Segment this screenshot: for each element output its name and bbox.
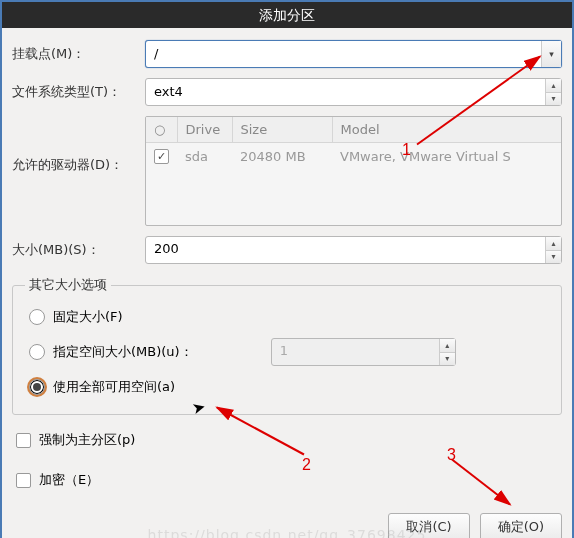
fillto-spinner: ▴ ▾ [439,339,455,365]
encrypt-label: 加密（E） [39,471,99,489]
fs-type-combo[interactable]: ext4 ▴ ▾ [145,78,562,106]
drives-label: 允许的驱动器(D)： [12,116,137,174]
size-label: 大小(MB)(S)： [12,241,137,259]
size-spin[interactable]: 200 ▴ ▾ [145,236,562,264]
encrypt-checkbox[interactable] [16,473,31,488]
drives-header-size[interactable]: Size [232,117,332,143]
primary-checkbox[interactable] [16,433,31,448]
fs-type-value[interactable]: ext4 [146,79,545,105]
window-title: 添加分区 [259,7,315,23]
primary-label: 强制为主分区(p) [39,431,135,449]
drive-size-cell: 20480 MB [232,143,332,171]
title-bar: 添加分区 [2,2,572,28]
drive-model-cell: VMware, VMware Virtual S [332,143,561,171]
drives-header-model[interactable]: Model [332,117,561,143]
dialog-window: 添加分区 挂载点(M)： / ▾ 文件系统类型(T)： ext4 [0,0,574,538]
size-row: 大小(MB)(S)： 200 ▴ ▾ [12,236,562,264]
caret-down-icon[interactable]: ▾ [546,251,561,264]
mount-point-combo[interactable]: / ▾ [145,40,562,68]
drives-row: 允许的驱动器(D)： ○ Drive Size Model [12,116,562,226]
radio-fillto[interactable] [29,344,45,360]
mount-point-value[interactable]: / [146,41,541,67]
chevron-down-icon: ▾ [549,49,554,59]
radio-fillmax[interactable] [29,379,45,395]
cancel-button[interactable]: 取消(C) [388,513,470,538]
size-value[interactable]: 200 [146,237,545,263]
mount-point-row: 挂载点(M)： / ▾ [12,40,562,68]
mount-point-label: 挂载点(M)： [12,45,137,63]
caret-up-icon: ▴ [440,339,455,353]
drives-header-check[interactable]: ○ [146,117,177,143]
fillto-value: 1 [272,339,439,365]
caret-up-icon[interactable]: ▴ [546,237,561,251]
radio-fillmax-row[interactable]: 使用全部可用空间(a) [25,372,549,402]
table-row[interactable]: sda 20480 MB VMware, VMware Virtual S [146,143,561,171]
fs-type-row: 文件系统类型(T)： ext4 ▴ ▾ [12,78,562,106]
size-spinner[interactable]: ▴ ▾ [545,237,561,263]
primary-row[interactable]: 强制为主分区(p) [12,425,562,455]
radio-fillmax-label: 使用全部可用空间(a) [53,378,175,396]
drives-header-drive[interactable]: Drive [177,117,232,143]
caret-down-icon[interactable]: ▾ [546,93,561,106]
radio-fillto-row[interactable]: 指定空间大小(MB)(u)： 1 ▴ ▾ [25,332,549,372]
fillto-spin: 1 ▴ ▾ [271,338,456,366]
drive-name-cell: sda [177,143,232,171]
radio-fixed-row[interactable]: 固定大小(F) [25,302,549,332]
radio-fixed-label: 固定大小(F) [53,308,123,326]
mount-point-dropdown-button[interactable]: ▾ [541,41,561,67]
caret-down-icon: ▾ [440,353,455,366]
dialog-content: 挂载点(M)： / ▾ 文件系统类型(T)： ext4 ▴ ▾ [2,28,572,538]
radio-fillto-label: 指定空间大小(MB)(u)： [53,343,193,361]
drive-check-icon[interactable] [154,149,169,164]
fs-type-spinner[interactable]: ▴ ▾ [545,79,561,105]
ok-button[interactable]: 确定(O) [480,513,562,538]
size-options-legend: 其它大小选项 [25,276,111,294]
radio-fixed[interactable] [29,309,45,325]
fs-type-label: 文件系统类型(T)： [12,83,137,101]
drives-table[interactable]: ○ Drive Size Model sda 20480 MB VMware, … [145,116,562,226]
size-options-group: 其它大小选项 固定大小(F) 指定空间大小(MB)(u)： 1 ▴ ▾ 使 [12,276,562,415]
caret-up-icon[interactable]: ▴ [546,79,561,93]
encrypt-row[interactable]: 加密（E） [12,465,562,495]
button-row: 取消(C) 确定(O) [12,505,562,538]
